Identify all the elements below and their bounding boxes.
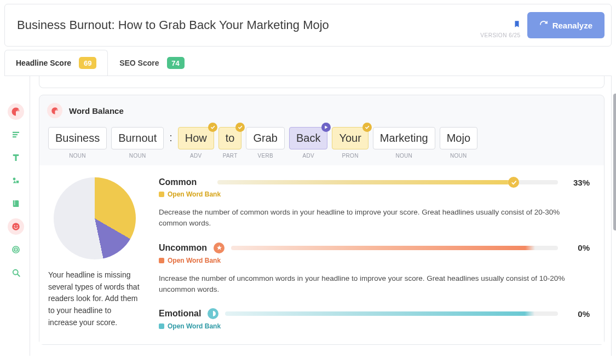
open-bank-label: Open Word Bank [168,190,221,198]
prev-card-bottom [39,76,605,88]
svg-rect-6 [14,200,15,205]
scrollbar[interactable] [613,94,616,230]
open-word-bank-uncommon[interactable]: Open Word Bank [159,257,221,264]
open-word-bank-emotional[interactable]: Open Word Bank [159,322,221,330]
word-pos: NOUN [69,153,86,159]
bookmark-icon[interactable] [513,20,521,30]
word-balance-icon [47,103,62,118]
search-icon [11,268,21,278]
word-row: BusinessNOUNBurnoutNOUN:HowADVtoPARTGrab… [39,124,604,165]
word-box: How [178,127,214,149]
check-badge-icon [208,123,217,132]
metric-uncommon-title: Uncommon [159,243,207,253]
reanalyze-label: Reanalyze [552,21,592,30]
rail-nav-book[interactable] [8,195,24,212]
open-bank-label: Open Word Bank [168,322,221,330]
version-wrap: VERSION 6/25 [480,20,520,38]
rail-nav-word-balance[interactable] [8,103,24,120]
word-pos: NOUN [395,153,412,159]
analysis-body: Your headline is missing several types o… [39,165,604,344]
header-right: VERSION 6/25 Reanalyze [480,12,605,38]
rail-nav-target[interactable] [8,241,24,258]
word-pos: PART [223,153,238,159]
open-bank-label: Open Word Bank [168,257,221,264]
svg-rect-4 [16,181,19,183]
metric-emotional-title: Emotional [159,309,201,319]
word-cell: BusinessNOUN [48,127,107,159]
content: Word Balance BusinessNOUNBurnoutNOUN:How… [4,76,612,356]
check-badge-icon [362,123,372,132]
letter-t-icon [11,153,21,163]
svg-point-8 [14,226,15,227]
open-word-bank-common[interactable]: Open Word Bank [159,190,221,198]
smile-icon [11,222,21,232]
metric-uncommon: Uncommon 0% Open [159,242,590,296]
svg-point-7 [12,223,20,230]
book-icon [11,199,21,209]
square-icon [159,258,164,263]
word-balance-pie [54,177,136,259]
tab-seo-label: SEO Score [119,59,159,67]
word-box: Grab [246,127,284,149]
word-box: Burnout [111,127,164,149]
metric-common-bar [217,180,558,184]
svg-marker-15 [325,126,328,129]
rail-nav-bars[interactable] [8,126,24,143]
word-cell: MojoNOUN [440,127,477,159]
word-balance-card: Word Balance BusinessNOUNBurnoutNOUN:How… [39,95,605,345]
rail-nav-smile[interactable] [8,218,24,235]
word-cell: BackADV [289,127,327,159]
svg-rect-0 [13,132,19,133]
header-bar: Business Burnout: How to Grab Back Your … [4,4,612,47]
word-colon: : [168,127,174,148]
side-rail [4,76,30,356]
metric-common-desc: Decrease the number of common words in y… [159,207,590,229]
word-box: Business [48,127,107,149]
rail-nav-shapes[interactable] [8,172,24,189]
pie-chart-icon [11,107,21,117]
tab-headline-label: Headline Score [16,59,71,67]
tab-seo-score[interactable]: SEO Score 74 [108,50,195,76]
svg-marker-5 [13,181,16,183]
word-cell: HowADV [178,127,214,159]
word-cell: YourPRON [332,127,368,159]
tabs: Headline Score 69 SEO Score 74 [4,50,612,76]
word-pos: PRON [342,153,359,159]
headline-score-badge: 69 [79,57,96,69]
reanalyze-button[interactable]: Reanalyze [527,12,605,38]
word-pos: NOUN [450,153,467,159]
check-badge-icon [235,123,245,132]
seo-score-badge: 74 [167,57,185,69]
metric-emotional-percent: 0% [565,309,590,319]
pie-column: Your headline is missing several types o… [48,177,141,344]
version-text: VERSION 6/25 [480,32,520,38]
word-cell: GrabVERB [246,127,284,159]
word-box: Your [332,127,368,149]
word-box: Back [289,127,327,149]
square-icon [159,323,164,329]
square-icon [159,192,164,197]
metric-emotional: Emotional 0% Ope [159,308,590,331]
metric-uncommon-percent: 0% [565,243,590,252]
word-pos: NOUN [129,153,146,159]
metric-common-title: Common [159,177,211,187]
refresh-icon [539,20,548,31]
rail-nav-text[interactable] [8,149,24,166]
star-icon [214,242,224,253]
metric-common-percent: 33% [565,178,590,187]
word-cell: toPART [218,127,242,159]
shapes-icon [11,176,21,186]
svg-rect-1 [13,134,18,135]
tab-headline-score[interactable]: Headline Score 69 [4,50,108,76]
metric-common: Common 33% Open Word Bank [159,177,590,229]
check-icon [508,177,519,188]
arrow-badge-icon [321,123,331,132]
word-pos: ADV [302,153,314,159]
word-cell: BurnoutNOUN [111,127,164,159]
svg-line-14 [18,274,20,276]
rail-nav-search[interactable] [8,264,24,281]
pie-caption: Your headline is missing several types o… [48,269,141,328]
metrics-column: Common 33% Open Word Bank [159,177,590,344]
word-balance-header: Word Balance [39,95,604,124]
main-panel: Word Balance BusinessNOUNBurnoutNOUN:How… [30,76,612,356]
